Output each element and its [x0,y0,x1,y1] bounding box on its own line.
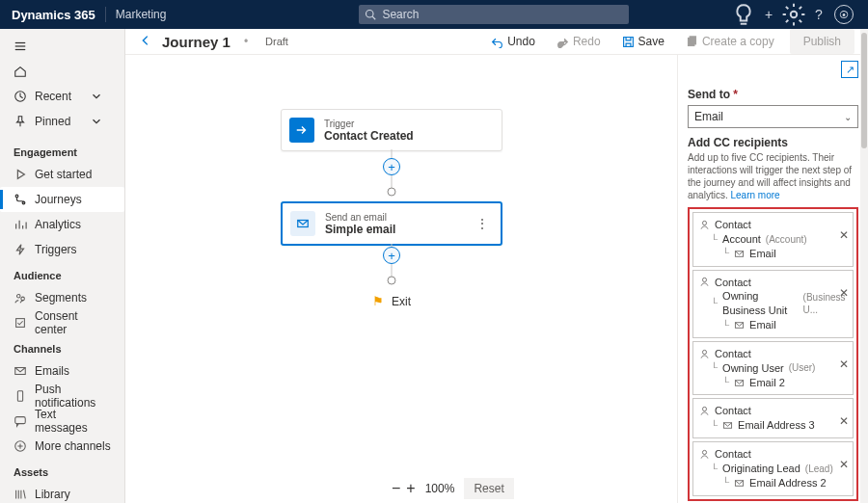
sidebar-item-text[interactable]: Text messages [0,409,124,434]
sidebar-recent[interactable]: Recent [10,85,115,108]
sidebar-pinned[interactable]: Pinned [10,110,115,133]
command-bar: Journey 1 • Draft Undo Redo Save Create … [125,29,868,55]
redo-button[interactable]: Redo [551,31,607,52]
page-title: Journey 1 [162,34,231,50]
search-box[interactable]: Search [359,5,629,24]
cc-recipient-item[interactable]: Contact└Owning Business Unit (Business U… [692,270,854,338]
sidebar-item-library[interactable]: Library [0,482,124,503]
svg-point-27 [702,350,706,354]
home-button[interactable] [10,60,115,83]
module-name: Marketing [116,8,167,21]
svg-point-31 [702,450,706,454]
add-step-button[interactable]: + [383,247,400,264]
svg-line-1 [373,16,376,19]
search-placeholder: Search [382,8,419,21]
cc-recipient-item[interactable]: Contact└Email Address 3✕ [692,398,854,438]
remove-recipient-button[interactable]: ✕ [839,286,849,300]
user-avatar[interactable]: ⦿ [831,5,856,24]
cc-recipient-item[interactable]: Contact└Account (Account)└Email✕ [692,212,854,267]
svg-point-0 [366,11,374,18]
remove-recipient-button[interactable]: ✕ [839,414,849,428]
save-button[interactable]: Save [616,31,670,52]
section-channels: Channels [0,335,124,358]
section-audience: Audience [0,262,124,285]
sidebar-item-getstarted[interactable]: Get started [0,162,124,187]
zoom-controls: − + 100% Reset [392,478,455,499]
sidebar-item-journeys[interactable]: Journeys [0,187,124,212]
svg-point-10 [17,295,21,299]
svg-rect-21 [690,36,696,43]
svg-rect-12 [16,319,25,328]
svg-point-29 [702,408,706,411]
journey-canvas[interactable]: .canvas { --cx: 276px; } .canvas > * { l… [125,55,677,503]
sidebar: Recent Pinned Engagement Get started Jou… [0,29,125,503]
lightbulb-icon[interactable] [731,2,756,27]
brand: Dynamics 365 [12,8,95,22]
hamburger-button[interactable] [10,35,115,58]
zoom-out-button[interactable]: − [392,478,400,499]
main-area: Journey 1 • Draft Undo Redo Save Create … [125,29,868,503]
exit-node[interactable]: ⚑ Exit [372,294,411,308]
sidebar-item-morechannels[interactable]: More channels [0,434,124,459]
search-icon [365,9,376,20]
connector-dot [388,277,396,285]
remove-recipient-button[interactable]: ✕ [839,228,849,242]
publish-button[interactable]: Publish [790,29,854,54]
connector-dot [388,188,396,197]
sidebar-item-emails[interactable]: Emails [0,358,124,384]
sendto-select[interactable]: Email ⌄ [688,105,858,128]
status-badge: Draft [265,36,288,47]
node-label: Trigger [324,119,414,129]
chevron-down-icon [90,115,103,128]
cc-help-text: Add up to five CC recipients. Their inte… [688,151,858,201]
chevron-down-icon: ⌄ [844,112,852,122]
sidebar-item-triggers[interactable]: Triggers [0,237,124,262]
zoom-value: 100% [421,482,459,495]
cc-label: Add CC recipients [688,136,858,149]
zoom-reset-button[interactable]: Reset [464,478,513,499]
remove-recipient-button[interactable]: ✕ [839,357,849,371]
section-engagement: Engagement [0,139,124,162]
copy-button[interactable]: Create a copy [680,31,780,52]
scrollbar[interactable] [860,29,868,503]
svg-point-25 [702,278,706,282]
back-button[interactable] [139,34,152,50]
expand-panel-button[interactable]: ↗ [841,61,858,78]
svg-rect-14 [17,391,22,402]
sidebar-item-consent[interactable]: Consent center [0,310,124,335]
zoom-in-button[interactable]: + [406,478,415,499]
gear-icon[interactable] [781,2,806,27]
learn-more-link[interactable]: Learn more [730,190,779,200]
cc-recipients-box: Contact└Account (Account)└Email✕Contact└… [688,207,858,501]
help-icon[interactable]: ? [806,7,831,22]
svg-rect-19 [623,37,633,46]
sendto-label: Send to * [688,88,858,101]
sidebar-item-analytics[interactable]: Analytics [0,212,124,237]
sidebar-item-segments[interactable]: Segments [0,285,124,310]
svg-point-8 [15,195,18,198]
properties-panel: ↗ Send to * Email ⌄ Add CC recipients Ad… [677,55,868,503]
more-icon[interactable]: ⋮ [472,216,493,231]
chevron-down-icon [90,90,103,103]
section-assets: Assets [0,459,124,482]
undo-button[interactable]: Undo [485,31,541,52]
svg-point-3 [791,12,798,18]
add-step-button[interactable]: + [383,158,400,175]
svg-point-11 [21,297,25,301]
sidebar-item-push[interactable]: Push notifications [0,384,124,409]
svg-point-23 [702,221,706,225]
remove-recipient-button[interactable]: ✕ [839,458,849,471]
cc-recipient-item[interactable]: Contact└Originating Lead (Lead)└Email Ad… [692,441,854,496]
flag-icon: ⚑ [372,294,384,308]
cc-recipient-item[interactable]: Contact└Owning User (User)└Email 2✕ [692,341,854,396]
svg-rect-15 [15,417,26,424]
trigger-node[interactable]: Trigger Contact Created [281,109,502,151]
node-label: Send an email [325,212,395,223]
node-title: Contact Created [324,129,414,143]
top-bar: Dynamics 365 Marketing Search + ? ⦿ [0,0,868,29]
email-icon [290,211,315,236]
email-node[interactable]: Send an email Simple email ⋮ [281,201,502,246]
trigger-icon [289,118,314,143]
plus-icon[interactable]: + [756,7,781,22]
node-title: Simple email [325,223,395,236]
